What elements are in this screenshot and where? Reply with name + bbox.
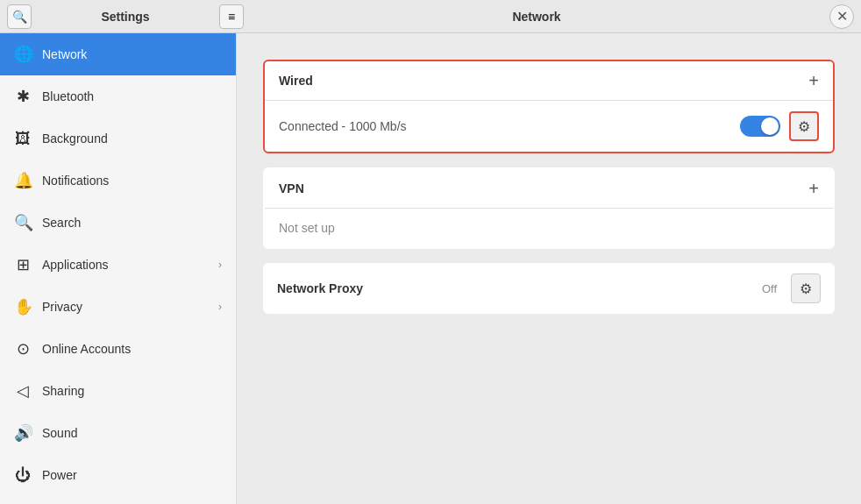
proxy-gear-icon: ⚙ <box>800 280 812 297</box>
wired-connection-row: Connected - 1000 Mb/s ⚙ <box>265 100 833 152</box>
network-proxy-card: Network Proxy Off ⚙ <box>263 263 835 314</box>
background-icon: 🖼 <box>14 130 32 148</box>
menu-button[interactable]: ≡ <box>219 4 244 29</box>
settings-title: Settings <box>37 10 214 24</box>
sidebar-item-background[interactable]: 🖼 Background <box>0 117 236 160</box>
applications-arrow-icon: › <box>218 259 222 271</box>
sidebar-item-bluetooth[interactable]: ✱ Bluetooth <box>0 75 236 117</box>
sidebar: 🌐 Network ✱ Bluetooth 🖼 Background 🔔 Not… <box>0 33 237 504</box>
sidebar-item-online-accounts[interactable]: ⊙ Online Accounts <box>0 328 236 370</box>
gear-icon: ⚙ <box>798 118 810 135</box>
sidebar-label-bluetooth: Bluetooth <box>42 89 222 103</box>
sidebar-item-notifications[interactable]: 🔔 Notifications <box>0 160 236 202</box>
search-sidebar-icon: 🔍 <box>14 213 32 232</box>
sidebar-item-network[interactable]: 🌐 Network <box>0 33 236 75</box>
sound-icon: 🔊 <box>14 423 32 443</box>
wired-section-card: Wired + Connected - 1000 Mb/s ⚙ <box>263 60 835 153</box>
sidebar-label-privacy: Privacy <box>42 300 208 314</box>
close-button[interactable]: ✕ <box>829 4 854 29</box>
search-icon: 🔍 <box>12 10 27 24</box>
sidebar-label-search: Search <box>42 216 222 230</box>
content-area: Wired + Connected - 1000 Mb/s ⚙ VPN + <box>237 33 861 504</box>
sidebar-item-sound[interactable]: 🔊 Sound <box>0 412 236 454</box>
proxy-row: Network Proxy Off ⚙ <box>263 263 835 314</box>
vpn-status: Not set up <box>279 221 335 235</box>
sidebar-label-notifications: Notifications <box>42 174 222 188</box>
sidebar-item-power[interactable]: ⏻ Power <box>0 454 236 496</box>
privacy-arrow-icon: › <box>218 301 222 313</box>
wired-title: Wired <box>279 74 313 88</box>
bluetooth-icon: ✱ <box>14 87 32 106</box>
menu-icon: ≡ <box>228 10 235 24</box>
wired-section-header: Wired + <box>265 61 833 100</box>
vpn-status-row: Not set up <box>265 208 833 247</box>
sidebar-label-sound: Sound <box>42 426 222 440</box>
sidebar-label-background: Background <box>42 131 222 146</box>
close-icon: ✕ <box>836 8 848 25</box>
sidebar-item-applications[interactable]: ⊞ Applications › <box>0 244 236 286</box>
notifications-icon: 🔔 <box>14 171 32 190</box>
wired-connection-status: Connected - 1000 Mb/s <box>279 119 731 133</box>
wired-settings-button[interactable]: ⚙ <box>789 111 819 141</box>
search-button[interactable]: 🔍 <box>7 4 32 29</box>
wired-toggle[interactable] <box>740 116 780 137</box>
sidebar-label-network: Network <box>42 47 222 61</box>
titlebar: 🔍 Settings ≡ Network ✕ <box>0 0 861 33</box>
privacy-icon: ✋ <box>14 297 32 316</box>
vpn-title: VPN <box>279 181 304 195</box>
sidebar-label-power: Power <box>42 468 222 482</box>
main-layout: 🌐 Network ✱ Bluetooth 🖼 Background 🔔 Not… <box>0 33 861 504</box>
network-icon: 🌐 <box>14 45 32 64</box>
sharing-icon: ◁ <box>14 381 32 401</box>
proxy-status: Off <box>762 282 777 295</box>
toggle-thumb <box>761 117 779 135</box>
sidebar-label-online-accounts: Online Accounts <box>42 342 222 356</box>
sidebar-label-sharing: Sharing <box>42 384 222 398</box>
power-icon: ⏻ <box>14 466 32 485</box>
sidebar-item-privacy[interactable]: ✋ Privacy › <box>0 286 236 328</box>
vpn-add-button[interactable]: + <box>808 180 819 197</box>
applications-icon: ⊞ <box>14 255 32 274</box>
proxy-settings-button[interactable]: ⚙ <box>791 273 821 303</box>
vpn-section-card: VPN + Not set up <box>263 167 835 249</box>
online-accounts-icon: ⊙ <box>14 339 32 358</box>
sidebar-item-sharing[interactable]: ◁ Sharing <box>0 370 236 412</box>
wired-add-button[interactable]: + <box>808 72 819 89</box>
vpn-section-header: VPN + <box>265 169 833 208</box>
titlebar-left: 🔍 Settings ≡ <box>7 4 244 29</box>
proxy-label: Network Proxy <box>277 281 753 295</box>
sidebar-label-applications: Applications <box>42 258 208 272</box>
page-title: Network <box>244 10 829 24</box>
sidebar-item-search[interactable]: 🔍 Search <box>0 202 236 244</box>
